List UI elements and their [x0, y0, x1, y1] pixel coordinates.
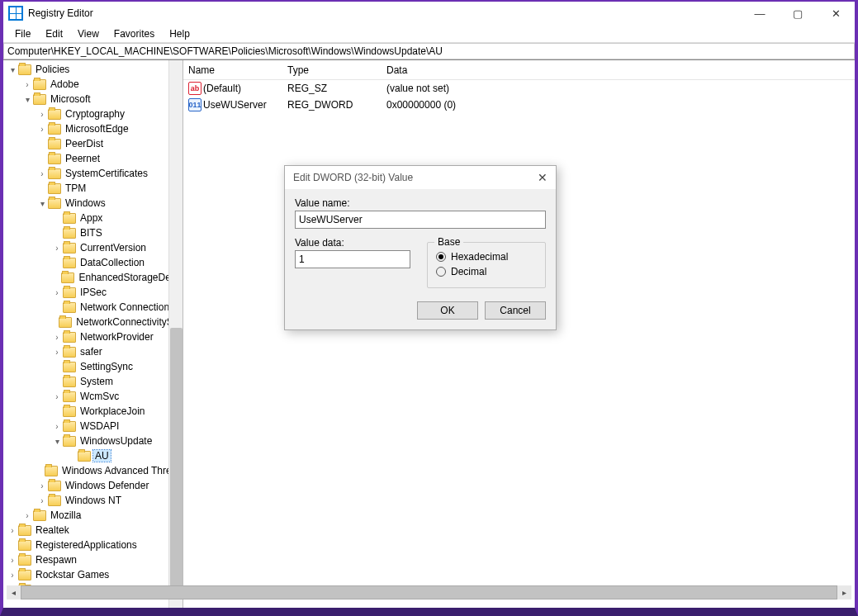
tree-networkprovider[interactable]: NetworkProvider — [78, 331, 155, 343]
row-data: (value not set) — [382, 83, 855, 94]
value-data-label: Value data: — [295, 237, 410, 249]
tree-rockstar[interactable]: Rockstar Games — [34, 569, 111, 580]
dialog-titlebar: Edit DWORD (32-bit) Value ✕ — [285, 166, 556, 189]
tree-registeredapps[interactable]: RegisteredApplications — [34, 539, 139, 551]
tree-datacollection[interactable]: DataCollection — [78, 257, 146, 268]
base-legend: Base — [434, 236, 463, 248]
value-name-input[interactable] — [295, 211, 546, 229]
window-title: Registry Editor — [28, 7, 93, 19]
scroll-left-arrow[interactable]: ◂ — [7, 585, 21, 599]
radio-dec[interactable] — [436, 267, 446, 277]
string-value-icon: ab — [188, 82, 201, 95]
base-fieldset: Base Hexadecimal Decimal — [427, 242, 546, 288]
tree-scroll-thumb[interactable] — [170, 328, 183, 592]
tree-realtek[interactable]: Realtek — [34, 524, 71, 536]
tree-cryptography[interactable]: Cryptography — [64, 108, 126, 120]
scroll-track[interactable] — [21, 585, 837, 599]
tree-respawn[interactable]: Respawn — [34, 554, 78, 566]
row-type: REG_SZ — [282, 83, 382, 94]
list-pane: Name Type Data ab(Default) REG_SZ (value… — [183, 60, 855, 608]
ok-button[interactable]: OK — [417, 301, 478, 320]
row-data: 0x00000000 (0) — [382, 99, 855, 111]
tree-settingsync[interactable]: SettingSync — [78, 361, 135, 372]
menubar: File Edit View Favorites Help — [3, 25, 855, 43]
value-name-label: Value name: — [295, 197, 546, 209]
tree-wsdapi[interactable]: WSDAPI — [78, 420, 121, 432]
close-button[interactable]: ✕ — [817, 2, 855, 25]
tree-tpm[interactable]: TPM — [64, 182, 88, 194]
tree-currentversion[interactable]: CurrentVersion — [78, 242, 148, 254]
row-name: UseWUServer — [203, 99, 267, 111]
tree-appx[interactable]: Appx — [78, 212, 104, 224]
tree-workplacejoin[interactable]: WorkplaceJoin — [78, 405, 146, 417]
tree-networkconnectivity[interactable]: NetworkConnectivityStatusIndicator — [74, 316, 183, 328]
cancel-button[interactable]: Cancel — [485, 301, 546, 320]
scroll-right-arrow[interactable]: ▸ — [837, 585, 851, 599]
col-name[interactable]: Name — [183, 63, 282, 78]
radio-dec-row[interactable]: Decimal — [436, 266, 537, 277]
list-header: Name Type Data — [183, 60, 855, 80]
list-row[interactable]: 011UseWUServer REG_DWORD 0x00000000 (0) — [183, 97, 855, 113]
tree-peerdist[interactable]: PeerDist — [64, 138, 105, 149]
radio-hex-row[interactable]: Hexadecimal — [436, 251, 537, 263]
list-row[interactable]: ab(Default) REG_SZ (value not set) — [183, 80, 855, 97]
tree-policies[interactable]: Policies — [34, 64, 71, 75]
tree-microsoftedge[interactable]: MicrosoftEdge — [64, 123, 130, 135]
tree-windowsnt[interactable]: Windows NT — [64, 495, 123, 506]
menu-view[interactable]: View — [71, 27, 106, 40]
col-type[interactable]: Type — [282, 63, 382, 78]
tree-scrollbar[interactable] — [168, 60, 183, 608]
col-data[interactable]: Data — [382, 63, 855, 78]
tree-system[interactable]: System — [78, 376, 115, 387]
menu-file[interactable]: File — [8, 27, 37, 40]
edit-dword-dialog: Edit DWORD (32-bit) Value ✕ Value name: … — [284, 165, 557, 330]
tree-bits[interactable]: BITS — [78, 227, 104, 239]
menu-edit[interactable]: Edit — [39, 27, 69, 40]
menu-favorites[interactable]: Favorites — [107, 27, 161, 40]
tree-windowsdefender[interactable]: Windows Defender — [64, 480, 150, 491]
address-bar[interactable]: Computer\HKEY_LOCAL_MACHINE\SOFTWARE\Pol… — [3, 43, 855, 59]
row-type: REG_DWORD — [282, 99, 382, 111]
tree-wcmsvc[interactable]: WcmSvc — [78, 391, 121, 402]
tree-windowsadvthreat[interactable]: Windows Advanced Threat Protection — [60, 465, 183, 476]
tree-windowsupdate[interactable]: WindowsUpdate — [78, 435, 154, 447]
tree-ipsec[interactable]: IPSec — [78, 287, 108, 298]
tree-systemcertificates[interactable]: SystemCertificates — [64, 168, 149, 179]
minimize-button[interactable]: — — [741, 2, 779, 25]
tree-networkconnections[interactable]: Network Connections — [78, 301, 176, 313]
tree-windows[interactable]: Windows — [64, 197, 107, 209]
radio-dec-label: Decimal — [451, 266, 486, 277]
radio-hex-label: Hexadecimal — [451, 251, 508, 263]
tree-au[interactable]: AU — [93, 450, 111, 462]
dialog-close-button[interactable]: ✕ — [538, 171, 548, 184]
tree-pane[interactable]: ▾Policies ›Adobe ▾Microsoft ›Cryptograph… — [3, 60, 183, 608]
tree-peernet[interactable]: Peernet — [64, 153, 102, 164]
tree-mozilla[interactable]: Mozilla — [49, 509, 83, 521]
row-name: (Default) — [203, 83, 241, 94]
tree-enhancedstoragedevices[interactable]: EnhancedStorageDevices — [77, 272, 183, 283]
window-controls: — ▢ ✕ — [741, 2, 855, 25]
value-data-input[interactable] — [295, 250, 410, 268]
dialog-title: Edit DWORD (32-bit) Value — [293, 172, 413, 183]
tree-adobe[interactable]: Adobe — [49, 78, 81, 90]
dword-value-icon: 011 — [188, 98, 201, 111]
folder-icon — [18, 64, 31, 75]
radio-hex[interactable] — [436, 252, 446, 262]
titlebar: Registry Editor — ▢ ✕ — [3, 2, 855, 25]
tree-safer[interactable]: safer — [78, 346, 104, 358]
tree-microsoft[interactable]: Microsoft — [49, 93, 92, 105]
app-icon — [8, 6, 23, 21]
content: ▾Policies ›Adobe ▾Microsoft ›Cryptograph… — [3, 59, 855, 608]
horizontal-scrollbar[interactable]: ◂ ▸ — [7, 585, 851, 599]
menu-help[interactable]: Help — [163, 27, 197, 40]
maximize-button[interactable]: ▢ — [779, 2, 817, 25]
